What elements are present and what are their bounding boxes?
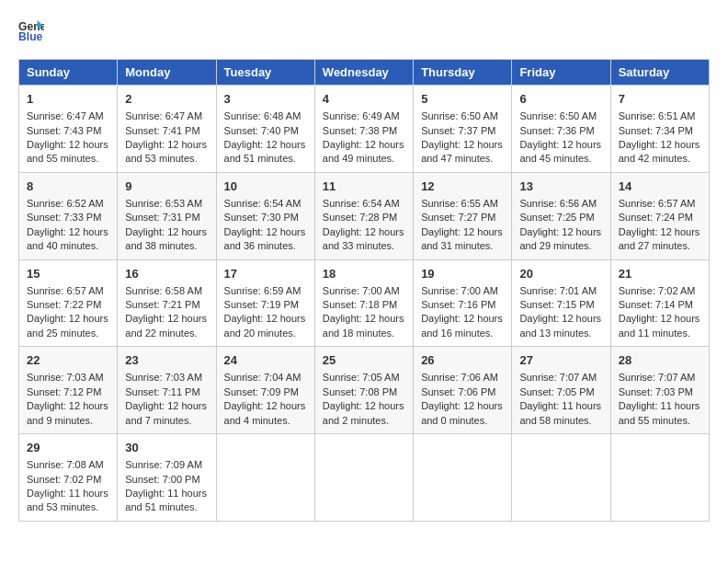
col-header-saturday: Saturday xyxy=(610,60,709,86)
day-number: 26 xyxy=(421,352,504,369)
daylight-text: Daylight: 12 hours and 18 minutes. xyxy=(323,313,404,338)
sunset-text: Sunset: 7:34 PM xyxy=(619,125,693,136)
calendar-table: SundayMondayTuesdayWednesdayThursdayFrid… xyxy=(18,59,710,522)
day-number: 24 xyxy=(224,352,307,369)
col-header-friday: Friday xyxy=(512,60,610,86)
day-number: 25 xyxy=(323,352,405,369)
sunset-text: Sunset: 7:31 PM xyxy=(125,212,199,223)
day-number: 22 xyxy=(27,352,109,369)
calendar-cell: 26Sunrise: 7:06 AMSunset: 7:06 PMDayligh… xyxy=(414,347,512,434)
daylight-text: Daylight: 12 hours and 36 minutes. xyxy=(224,226,306,251)
sunset-text: Sunset: 7:28 PM xyxy=(323,212,397,223)
calendar-cell: 22Sunrise: 7:03 AMSunset: 7:12 PMDayligh… xyxy=(19,347,118,434)
day-number: 8 xyxy=(27,178,109,195)
daylight-text: Daylight: 12 hours and 16 minutes. xyxy=(421,313,503,338)
daylight-text: Daylight: 12 hours and 11 minutes. xyxy=(619,313,700,338)
sunset-text: Sunset: 7:05 PM xyxy=(519,386,594,397)
calendar-cell: 2Sunrise: 6:47 AMSunset: 7:41 PMDaylight… xyxy=(118,86,216,173)
daylight-text: Daylight: 12 hours and 33 minutes. xyxy=(323,226,404,251)
calendar-cell: 24Sunrise: 7:04 AMSunset: 7:09 PMDayligh… xyxy=(216,347,314,434)
sunset-text: Sunset: 7:27 PM xyxy=(421,212,495,223)
sunrise-text: Sunrise: 6:50 AM xyxy=(519,110,597,121)
calendar-cell xyxy=(512,434,610,522)
sunrise-text: Sunrise: 6:51 AM xyxy=(619,110,696,121)
day-number: 23 xyxy=(125,352,208,369)
daylight-text: Daylight: 12 hours and 13 minutes. xyxy=(519,313,601,338)
sunrise-text: Sunrise: 6:58 AM xyxy=(125,285,202,296)
day-number: 30 xyxy=(125,440,208,456)
sunrise-text: Sunrise: 7:02 AM xyxy=(619,285,696,296)
page-header: General Blue xyxy=(18,18,710,44)
sunrise-text: Sunrise: 7:00 AM xyxy=(421,285,498,296)
daylight-text: Daylight: 12 hours and 9 minutes. xyxy=(27,400,108,425)
col-header-tuesday: Tuesday xyxy=(216,60,314,86)
calendar-cell: 28Sunrise: 7:07 AMSunset: 7:03 PMDayligh… xyxy=(610,347,709,434)
daylight-text: Daylight: 12 hours and 25 minutes. xyxy=(27,313,108,338)
sunrise-text: Sunrise: 6:54 AM xyxy=(224,198,301,209)
day-number: 6 xyxy=(519,91,602,108)
daylight-text: Daylight: 12 hours and 53 minutes. xyxy=(125,139,207,164)
sunrise-text: Sunrise: 6:52 AM xyxy=(27,198,104,209)
daylight-text: Daylight: 12 hours and 45 minutes. xyxy=(519,139,601,164)
day-number: 4 xyxy=(323,91,405,108)
sunset-text: Sunset: 7:09 PM xyxy=(224,386,299,397)
daylight-text: Daylight: 12 hours and 4 minutes. xyxy=(224,400,306,425)
sunrise-text: Sunrise: 6:56 AM xyxy=(519,198,597,209)
day-number: 3 xyxy=(224,91,307,108)
day-number: 11 xyxy=(323,178,405,195)
calendar-cell: 7Sunrise: 6:51 AMSunset: 7:34 PMDaylight… xyxy=(610,86,709,173)
calendar-cell: 17Sunrise: 6:59 AMSunset: 7:19 PMDayligh… xyxy=(216,259,314,347)
calendar-cell: 11Sunrise: 6:54 AMSunset: 7:28 PMDayligh… xyxy=(314,172,413,259)
day-number: 18 xyxy=(323,266,405,282)
day-number: 7 xyxy=(619,91,701,108)
sunrise-text: Sunrise: 7:09 AM xyxy=(125,459,202,470)
sunrise-text: Sunrise: 6:54 AM xyxy=(323,198,400,209)
daylight-text: Daylight: 12 hours and 27 minutes. xyxy=(619,226,700,251)
daylight-text: Daylight: 12 hours and 38 minutes. xyxy=(125,226,207,251)
sunset-text: Sunset: 7:21 PM xyxy=(125,299,199,310)
calendar-week-5: 29Sunrise: 7:08 AMSunset: 7:02 PMDayligh… xyxy=(19,434,710,522)
sunset-text: Sunset: 7:12 PM xyxy=(27,386,101,397)
sunset-text: Sunset: 7:15 PM xyxy=(519,299,594,310)
sunset-text: Sunset: 7:38 PM xyxy=(323,125,397,136)
sunset-text: Sunset: 7:14 PM xyxy=(619,299,693,310)
day-number: 20 xyxy=(519,266,602,282)
sunrise-text: Sunrise: 6:47 AM xyxy=(27,110,104,121)
sunset-text: Sunset: 7:11 PM xyxy=(125,386,199,397)
sunset-text: Sunset: 7:22 PM xyxy=(27,299,101,310)
sunset-text: Sunset: 7:37 PM xyxy=(421,125,495,136)
daylight-text: Daylight: 12 hours and 2 minutes. xyxy=(323,400,404,425)
sunset-text: Sunset: 7:40 PM xyxy=(224,125,299,136)
calendar-week-1: 1Sunrise: 6:47 AMSunset: 7:43 PMDaylight… xyxy=(19,86,710,173)
calendar-cell: 16Sunrise: 6:58 AMSunset: 7:21 PMDayligh… xyxy=(118,259,216,347)
calendar-cell xyxy=(414,434,512,522)
sunset-text: Sunset: 7:43 PM xyxy=(27,125,101,136)
sunrise-text: Sunrise: 6:50 AM xyxy=(421,110,498,121)
day-number: 21 xyxy=(619,266,701,282)
calendar-cell: 20Sunrise: 7:01 AMSunset: 7:15 PMDayligh… xyxy=(512,259,610,347)
sunset-text: Sunset: 7:06 PM xyxy=(421,386,495,397)
daylight-text: Daylight: 12 hours and 20 minutes. xyxy=(224,313,306,338)
daylight-text: Daylight: 11 hours and 58 minutes. xyxy=(519,400,601,425)
day-number: 15 xyxy=(27,266,109,282)
calendar-cell: 6Sunrise: 6:50 AMSunset: 7:36 PMDaylight… xyxy=(512,86,610,173)
sunrise-text: Sunrise: 6:57 AM xyxy=(27,285,104,296)
daylight-text: Daylight: 12 hours and 51 minutes. xyxy=(224,139,306,164)
sunrise-text: Sunrise: 6:59 AM xyxy=(224,285,301,296)
sunset-text: Sunset: 7:24 PM xyxy=(619,212,693,223)
sunrise-text: Sunrise: 7:01 AM xyxy=(519,285,597,296)
calendar-cell xyxy=(216,434,314,522)
day-number: 19 xyxy=(421,266,504,282)
daylight-text: Daylight: 12 hours and 0 minutes. xyxy=(421,400,503,425)
calendar-cell: 23Sunrise: 7:03 AMSunset: 7:11 PMDayligh… xyxy=(118,347,216,434)
sunset-text: Sunset: 7:19 PM xyxy=(224,299,299,310)
daylight-text: Daylight: 12 hours and 7 minutes. xyxy=(125,400,207,425)
calendar-week-3: 15Sunrise: 6:57 AMSunset: 7:22 PMDayligh… xyxy=(19,259,710,347)
calendar-cell: 9Sunrise: 6:53 AMSunset: 7:31 PMDaylight… xyxy=(118,172,216,259)
calendar-cell: 15Sunrise: 6:57 AMSunset: 7:22 PMDayligh… xyxy=(19,259,118,347)
day-number: 10 xyxy=(224,178,307,195)
sunrise-text: Sunrise: 6:49 AM xyxy=(323,110,400,121)
sunrise-text: Sunrise: 7:04 AM xyxy=(224,372,301,383)
sunset-text: Sunset: 7:33 PM xyxy=(27,212,101,223)
sunrise-text: Sunrise: 6:47 AM xyxy=(125,110,202,121)
